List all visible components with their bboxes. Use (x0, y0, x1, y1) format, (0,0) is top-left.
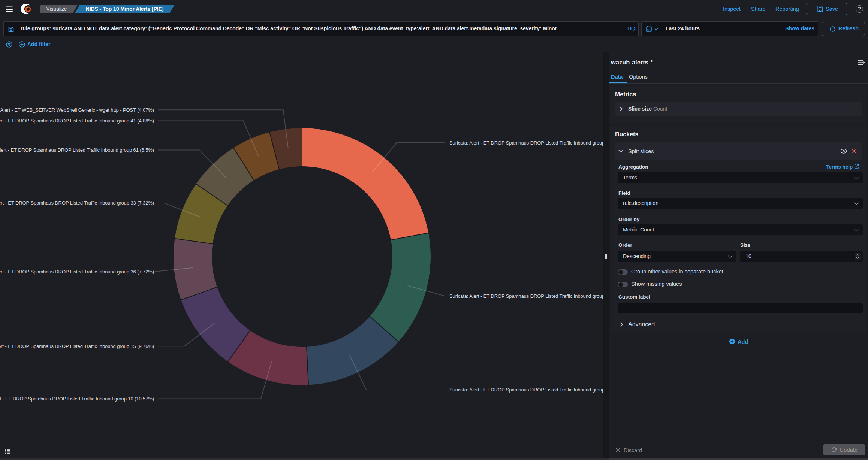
svg-text:Suricata: Alert - ET DROP Spam: Suricata: Alert - ET DROP Spamhaus DROP … (0, 269, 154, 275)
svg-text:Suricata: Alert - ET DROP Spam: Suricata: Alert - ET DROP Spamhaus DROP … (449, 387, 603, 393)
svg-text:Suricata: Alert - ET WEB_SERVE: Suricata: Alert - ET WEB_SERVER WebShell… (0, 107, 154, 113)
svg-text:Suricata: Alert - ET DROP Spam: Suricata: Alert - ET DROP Spamhaus DROP … (0, 396, 154, 402)
svg-text:Suricata: Alert - ET DROP Spam: Suricata: Alert - ET DROP Spamhaus DROP … (449, 293, 603, 299)
svg-text:Suricata: Alert - ET DROP Spam: Suricata: Alert - ET DROP Spamhaus DROP … (0, 344, 154, 349)
svg-text:Suricata: Alert - ET DROP Spam: Suricata: Alert - ET DROP Spamhaus DROP … (449, 140, 603, 146)
svg-text:Suricata: Alert - ET DROP Spam: Suricata: Alert - ET DROP Spamhaus DROP … (0, 147, 154, 153)
svg-text:Suricata: Alert - ET DROP Spam: Suricata: Alert - ET DROP Spamhaus DROP … (0, 118, 154, 124)
svg-text:Suricata: Alert - ET DROP Spam: Suricata: Alert - ET DROP Spamhaus DROP … (0, 200, 154, 206)
